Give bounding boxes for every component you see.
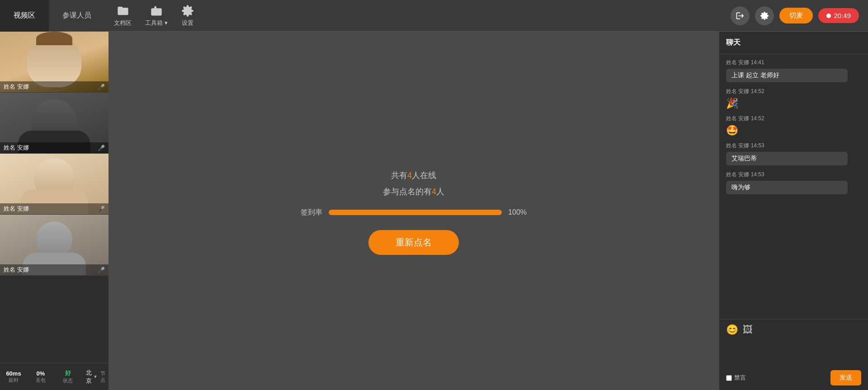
video-name-bar-1: 姓名 安娜 🎤	[0, 81, 108, 92]
image-upload-icon[interactable]: 🖼	[743, 324, 753, 336]
attend-count: 4	[432, 187, 436, 196]
video-overlay-2: 姓名 安娜 🎤	[0, 93, 108, 153]
mute-text: 禁言	[734, 374, 746, 382]
tool-toolbox[interactable]: 工具箱 ▾	[145, 5, 168, 27]
right-panel: 聊天 姓名 安娜 14:41 上课 起立 老师好 姓名 安娜 14:52 🎉 姓…	[719, 32, 868, 390]
chat-msg-2: 姓名 安娜 14:52 🤩	[726, 115, 861, 136]
chat-msg-1: 姓名 安娜 14:52 🎉	[726, 88, 861, 109]
chat-msg-0: 姓名 安娜 14:41 上课 起立 老师好	[726, 59, 861, 82]
folder-icon	[117, 5, 129, 17]
chat-bubble-4: 嗨为够	[726, 181, 848, 194]
packet-loss-item: 0% 丢包	[32, 370, 50, 384]
location-value: 北京	[86, 369, 92, 385]
chat-meta-1: 姓名 安娜 14:52	[726, 88, 861, 95]
settings-button[interactable]	[755, 6, 774, 25]
location-item[interactable]: 北京 ▼ 节点	[86, 369, 105, 385]
progress-bar-fill	[329, 210, 502, 215]
video-item-3: 姓名 安娜 🎤	[0, 154, 108, 215]
chat-meta-3: 姓名 安娜 14:53	[726, 142, 861, 150]
video-overlay-3: 姓名 安娜 🎤	[0, 154, 108, 214]
settings-icon	[760, 11, 769, 20]
tool-docs-label: 文档区	[114, 19, 132, 27]
video-person-name-2: 姓名 安娜	[4, 144, 29, 152]
send-button[interactable]: 发送	[830, 370, 861, 385]
video-person-name-3: 姓名 安娜	[4, 205, 29, 213]
center-area: 共有4人在线 参与点名的有4人 签到率 100% 重新点名	[108, 32, 719, 390]
tool-docs[interactable]: 文档区	[114, 5, 132, 27]
quality-value: 好	[65, 369, 71, 377]
latency-label: 延时	[9, 377, 19, 384]
video-name-bar-3: 姓名 安娜 🎤	[0, 203, 108, 214]
latency-item: 60ms 延时	[5, 370, 23, 384]
video-item-1: 姓名 安娜 🎤	[0, 32, 108, 93]
tab-participants[interactable]: 参课人员	[49, 0, 105, 32]
video-person-name-1: 姓名 安娜	[4, 83, 29, 91]
mute-button[interactable]: 切麦	[779, 8, 813, 23]
tool-settings[interactable]: 设置	[181, 5, 194, 27]
chat-title: 聊天	[726, 38, 741, 47]
chat-meta-0: 姓名 安娜 14:41	[726, 59, 861, 66]
main-content: 姓名 安娜 🎤 姓名 安娜 🎤	[0, 32, 868, 390]
latency-value: 60ms	[6, 370, 21, 377]
chat-tools: 😊 🖼	[726, 324, 861, 336]
mute-checkbox[interactable]	[726, 375, 732, 381]
location-label: 节点	[100, 370, 105, 384]
chat-header: 聊天	[719, 32, 868, 54]
video-list: 姓名 安娜 🎤 姓名 安娜 🎤	[0, 32, 108, 363]
video-item-4: 姓名 安娜 🎤	[0, 215, 108, 276]
toolbar: 文档区 工具箱 ▾ 设置	[105, 0, 722, 31]
record-dot	[826, 14, 831, 18]
tool-toolbox-label: 工具箱 ▾	[145, 19, 168, 27]
chat-meta-2: 姓名 安娜 14:52	[726, 115, 861, 122]
emoji-picker-icon[interactable]: 😊	[726, 324, 738, 336]
record-button[interactable]: 20:49	[818, 8, 859, 23]
chat-msg-4: 姓名 安娜 14:53 嗨为够	[726, 171, 861, 194]
mic-icon-4: 🎤	[98, 267, 105, 273]
video-person-name-4: 姓名 安娜	[4, 266, 29, 274]
tab-video-zone[interactable]: 视频区	[0, 0, 49, 32]
video-overlay-4: 姓名 安娜 🎤	[0, 215, 108, 275]
top-bar: 视频区 参课人员 文档区 工具箱 ▾ 设置	[0, 0, 868, 32]
chat-footer: 😊 🖼 禁言 发送	[719, 319, 868, 390]
chat-meta-4: 姓名 安娜 14:53	[726, 171, 861, 179]
packet-loss-value: 0%	[37, 370, 45, 377]
exit-button[interactable]	[731, 6, 750, 25]
chat-bubble-3: 艾瑞巴蒂	[726, 152, 848, 165]
packet-loss-label: 丢包	[36, 377, 46, 384]
video-name-bar-2: 姓名 安娜 🎤	[0, 142, 108, 153]
location-chevron: ▼	[93, 374, 98, 379]
roll-call-panel: 共有4人在线 参与点名的有4人 签到率 100% 重新点名	[301, 167, 527, 255]
chat-bubble-1: 🎉	[726, 98, 848, 109]
tab-group: 视频区 参课人员	[0, 0, 105, 31]
quality-item: 好 状态	[59, 369, 77, 384]
status-bar: 60ms 延时 0% 丢包 好 状态 北京 ▼ 节点	[0, 363, 108, 390]
exit-icon	[736, 11, 745, 20]
chat-input-row: 禁言 发送	[726, 370, 861, 385]
video-item-2: 姓名 安娜 🎤	[0, 93, 108, 154]
chat-body: 姓名 安娜 14:41 上课 起立 老师好 姓名 安娜 14:52 🎉 姓名 安…	[719, 54, 868, 319]
top-bar-actions: 切麦 20:49	[722, 0, 868, 31]
chat-msg-3: 姓名 安娜 14:53 艾瑞巴蒂	[726, 142, 861, 165]
record-time: 20:49	[834, 12, 851, 19]
mic-icon-3: 🎤	[98, 206, 105, 212]
video-overlay-1: 姓名 安娜 🎤	[0, 32, 108, 92]
progress-label: 签到率	[301, 208, 322, 217]
progress-pct: 100%	[508, 208, 527, 216]
chat-input-area	[726, 339, 861, 367]
online-count: 4	[407, 171, 412, 180]
mic-icon-1: 🎤	[98, 84, 105, 90]
online-info: 共有4人在线 参与点名的有4人	[383, 167, 444, 200]
reroll-button[interactable]: 重新点名	[368, 230, 459, 255]
left-sidebar: 姓名 安娜 🎤 姓名 安娜 🎤	[0, 32, 108, 390]
mute-label[interactable]: 禁言	[726, 374, 746, 382]
gear-icon	[181, 5, 194, 17]
progress-row: 签到率 100%	[301, 208, 527, 217]
briefcase-icon	[150, 5, 163, 17]
mic-icon-2: 🎤	[98, 145, 105, 151]
video-name-bar-4: 姓名 安娜 🎤	[0, 264, 108, 275]
chat-bubble-2: 🤩	[726, 125, 848, 136]
tool-settings-label: 设置	[182, 19, 193, 27]
progress-bar-track	[329, 210, 502, 215]
chat-bubble-0: 上课 起立 老师好	[726, 69, 848, 82]
quality-label: 状态	[63, 377, 73, 384]
